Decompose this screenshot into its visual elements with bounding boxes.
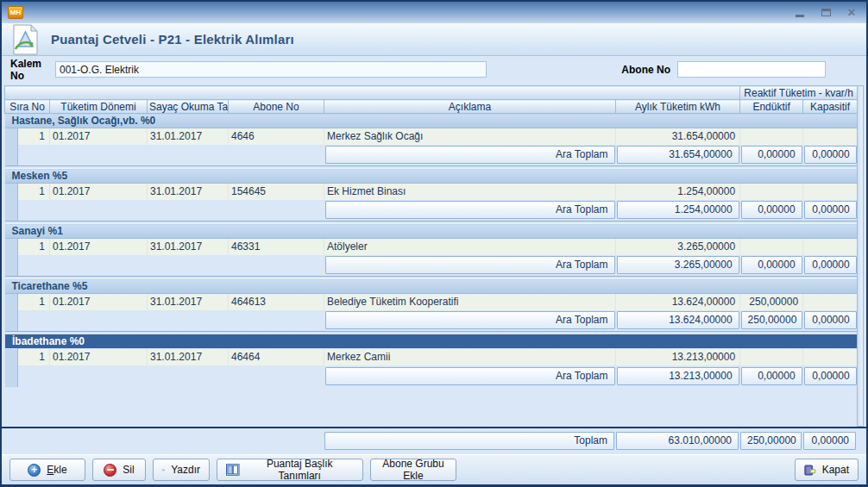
- cell-abone[interactable]: 46331: [229, 239, 324, 255]
- ekle-button[interactable]: Ekle: [9, 459, 85, 481]
- group-name[interactable]: Hastane, Sağlık Ocağı,vb. %0: [5, 114, 858, 128]
- row-indicator[interactable]: [5, 294, 18, 310]
- cell-donem[interactable]: 01.2017: [50, 184, 148, 200]
- cell-kwh[interactable]: 31.654,00000: [616, 128, 740, 145]
- cell-aciklama[interactable]: Merkez Camii: [324, 349, 616, 365]
- cell-kapasitif[interactable]: [803, 184, 858, 200]
- subtotal-kapasitif: 0,00000: [804, 311, 857, 329]
- minimize-button[interactable]: [794, 7, 806, 19]
- row-indicator[interactable]: [5, 184, 18, 200]
- column-header-aylik-tuketim[interactable]: Aylık Tüketim kWh: [616, 100, 740, 114]
- sil-label: Sil: [123, 464, 134, 476]
- total-enduktif: 250,00000: [740, 432, 802, 450]
- cell-donem[interactable]: 01.2017: [50, 294, 148, 310]
- cell-abone[interactable]: 464613: [229, 294, 324, 310]
- cell-sira[interactable]: 1: [18, 239, 50, 255]
- totals-footer: Toplam 63.010,00000 250,00000 0,00000: [2, 427, 866, 454]
- cell-kwh[interactable]: 13.624,00000: [616, 294, 740, 310]
- cell-okuma[interactable]: 31.01.2017: [148, 349, 229, 365]
- group-header-row-selected[interactable]: İbadethane %0: [5, 334, 858, 349]
- cell-kwh[interactable]: 1.254,00000: [616, 184, 740, 200]
- cell-donem[interactable]: 01.2017: [50, 239, 148, 255]
- kapat-button[interactable]: Kapat: [795, 459, 859, 481]
- cell-kapasitif[interactable]: [803, 294, 858, 310]
- column-header-enduktif[interactable]: Endüktif: [740, 100, 803, 114]
- puantaj-table: Reaktif Tüketim - kvar/h Sıra No Tüketim…: [4, 85, 858, 387]
- abone-grubu-ekle-button[interactable]: Abone Grubu Ekle: [370, 459, 456, 481]
- cell-abone[interactable]: 154645: [229, 184, 324, 200]
- cell-okuma[interactable]: 31.01.2017: [148, 184, 229, 200]
- table-row[interactable]: 1 01.2017 31.01.2017 154645 Ek Hizmet Bi…: [5, 184, 858, 200]
- cell-okuma[interactable]: 31.01.2017: [148, 128, 229, 145]
- ara-toplam-label: Ara Toplam: [325, 311, 615, 329]
- cell-enduktif[interactable]: [740, 128, 803, 145]
- cell-aciklama[interactable]: Belediye Tüketim Kooperatifi: [324, 294, 616, 310]
- cell-enduktif[interactable]: 250,00000: [740, 294, 803, 310]
- table-row[interactable]: 1 01.2017 31.01.2017 46464 Merkez Camii …: [5, 349, 858, 365]
- cell-abone[interactable]: 46464: [229, 349, 324, 365]
- cell-sira[interactable]: 1: [18, 184, 50, 200]
- subtotal-enduktif: 0,00000: [741, 201, 802, 219]
- column-header-sayac-okuma[interactable]: Sayaç Okuma Tari: [148, 100, 229, 114]
- column-header-tuketim-donemi[interactable]: Tüketim Dönemi: [50, 100, 148, 114]
- subtotal-kwh: 13.213,00000: [617, 367, 739, 385]
- cell-enduktif[interactable]: [740, 239, 803, 255]
- header-panel: Puantaj Cetveli - P21 - Elektrik Alımlar…: [2, 23, 866, 56]
- group-header-row[interactable]: Hastane, Sağlık Ocağı,vb. %0: [5, 114, 858, 128]
- table-row[interactable]: 1 01.2017 31.01.2017 4646 Merkez Sağlık …: [5, 128, 858, 145]
- close-button[interactable]: ✕: [846, 7, 858, 19]
- cell-kwh[interactable]: 3.265,00000: [616, 239, 740, 255]
- group-name[interactable]: Mesken %5: [5, 169, 858, 184]
- maximize-button[interactable]: [820, 7, 832, 19]
- group-header-row[interactable]: Ticarethane %5: [5, 279, 858, 294]
- column-header-aciklama[interactable]: Açıklama: [324, 100, 616, 114]
- row-indicator[interactable]: [5, 349, 18, 365]
- subtotal-row: Ara Toplam 1.254,00000 0,00000 0,00000: [5, 200, 858, 222]
- column-header-reaktif: Reaktif Tüketim - kvar/h: [740, 86, 858, 100]
- table-columns-icon: [226, 464, 240, 476]
- yazdir-button[interactable]: Yazdır: [153, 459, 210, 481]
- vertical-scrollbar[interactable]: [857, 85, 864, 427]
- cell-aciklama[interactable]: Atölyeler: [324, 239, 616, 255]
- window-controls: ✕: [794, 7, 858, 19]
- row-indicator[interactable]: [5, 239, 18, 255]
- ara-toplam-label: Ara Toplam: [325, 367, 615, 385]
- cell-enduktif[interactable]: [740, 184, 803, 200]
- group-header-row[interactable]: Sanayi %1: [5, 224, 858, 239]
- table-row[interactable]: 1 01.2017 31.01.2017 46331 Atölyeler 3.2…: [5, 239, 858, 255]
- button-bar: Ekle Sil Yazdır Puantaj Başlık Tanımları: [2, 454, 866, 484]
- cell-kapasitif[interactable]: [803, 128, 858, 145]
- cell-kapasitif[interactable]: [803, 349, 858, 365]
- kalem-no-label: Kalem No: [10, 58, 55, 82]
- cell-abone[interactable]: 4646: [229, 128, 324, 145]
- row-indicator: [5, 200, 18, 222]
- kalem-no-input[interactable]: [55, 61, 487, 78]
- cell-okuma[interactable]: 31.01.2017: [148, 294, 229, 310]
- group-header-row[interactable]: Mesken %5: [5, 169, 858, 184]
- cell-sira[interactable]: 1: [18, 128, 50, 145]
- cell-donem[interactable]: 01.2017: [50, 349, 148, 365]
- group-name[interactable]: Sanayi %1: [5, 224, 858, 239]
- abone-no-input[interactable]: [677, 61, 826, 78]
- subtotal-enduktif: 0,00000: [741, 256, 802, 274]
- cell-kwh[interactable]: 13.213,00000: [616, 349, 740, 365]
- cell-sira[interactable]: 1: [18, 294, 50, 310]
- column-header-sira-no[interactable]: Sıra No: [5, 100, 50, 114]
- sil-button[interactable]: Sil: [92, 459, 146, 481]
- puantaj-baslik-tanimlari-button[interactable]: Puantaj Başlık Tanımları: [217, 459, 363, 481]
- group-name[interactable]: Ticarethane %5: [5, 279, 858, 294]
- cell-sira[interactable]: 1: [18, 349, 50, 365]
- cell-donem[interactable]: 01.2017: [50, 128, 148, 145]
- row-indicator[interactable]: [5, 128, 18, 145]
- cell-enduktif[interactable]: [740, 349, 803, 365]
- total-kwh: 63.010,00000: [616, 432, 739, 450]
- cell-kapasitif[interactable]: [803, 239, 858, 255]
- column-header-kapasitif[interactable]: Kapasitif: [803, 100, 858, 114]
- cell-okuma[interactable]: 31.01.2017: [148, 239, 229, 255]
- column-header-abone-no[interactable]: Abone No: [229, 100, 324, 114]
- subtotal-kapasitif: 0,00000: [804, 201, 857, 219]
- group-name[interactable]: İbadethane %0: [5, 334, 858, 349]
- cell-aciklama[interactable]: Ek Hizmet Binası: [324, 184, 616, 200]
- table-row[interactable]: 1 01.2017 31.01.2017 464613 Belediye Tük…: [5, 294, 858, 310]
- cell-aciklama[interactable]: Merkez Sağlık Ocağı: [324, 128, 616, 145]
